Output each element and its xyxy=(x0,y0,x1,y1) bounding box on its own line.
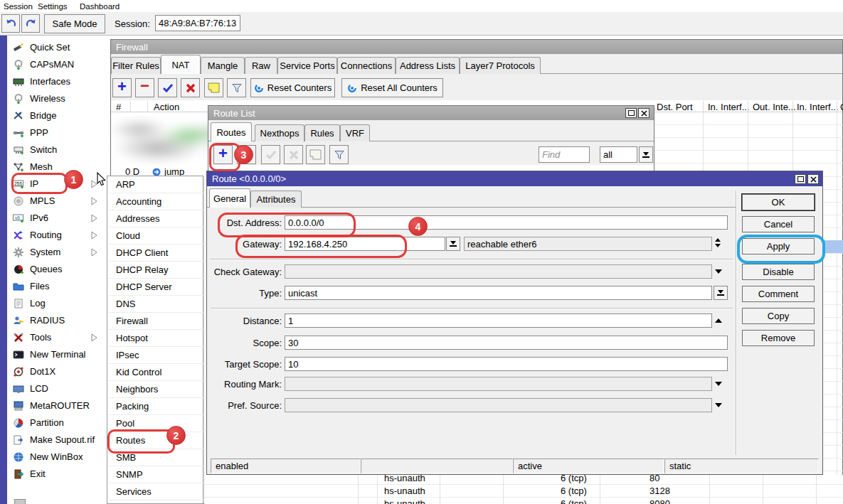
sidebar-item-tools[interactable]: Tools xyxy=(7,329,105,346)
dialog-close-button[interactable] xyxy=(807,174,819,184)
submenu-item-cloud[interactable]: Cloud xyxy=(108,227,203,245)
submenu-item-firewall[interactable]: Firewall xyxy=(108,313,203,330)
target-scope-input[interactable] xyxy=(285,357,728,371)
route-disable-button[interactable] xyxy=(284,145,303,164)
row-proto[interactable]: 6 (tcp) xyxy=(561,498,587,504)
firewall-comment-button[interactable] xyxy=(204,78,223,97)
distance-input[interactable] xyxy=(285,313,712,328)
sidebar-item-interfaces[interactable]: Interfaces xyxy=(7,73,105,90)
route-find-input[interactable] xyxy=(539,146,590,163)
tab-address-lists[interactable]: Address Lists xyxy=(396,57,460,74)
check-gateway-dropdown-icon[interactable] xyxy=(715,269,722,274)
submenu-item-dhcp-relay[interactable]: DHCP Relay xyxy=(108,262,203,279)
col-action[interactable]: Action xyxy=(154,102,179,112)
col-in-interface-list[interactable]: In. Interf... xyxy=(797,102,839,112)
sidebar-item-exit[interactable]: Exit xyxy=(7,466,105,483)
submenu-item-hotspot[interactable]: Hotspot xyxy=(108,330,203,347)
route-filter-button[interactable] xyxy=(329,145,349,164)
row-proto[interactable]: 6 (tcp) xyxy=(561,486,587,496)
firewall-add-button[interactable]: + xyxy=(112,78,132,97)
row-chain[interactable]: hs-unauth xyxy=(384,475,425,483)
routing-mark-dropdown-icon[interactable] xyxy=(715,382,722,386)
route-list-close-button[interactable] xyxy=(638,108,650,118)
sidebar-item-new-winbox[interactable]: New WinBox xyxy=(7,449,105,466)
sidebar-item-log[interactable]: Log xyxy=(7,295,105,312)
sidebar-item-metarouter[interactable]: MetaROUTER xyxy=(7,397,105,414)
cancel-button[interactable]: Cancel xyxy=(742,216,815,232)
sidebar-item-radius[interactable]: RADIUS xyxy=(7,312,105,329)
sidebar-item-system[interactable]: System xyxy=(7,244,105,261)
row-chain[interactable]: hs-unauth xyxy=(384,498,425,504)
tab-connections[interactable]: Connections xyxy=(337,57,396,74)
sidebar-item-new-terminal[interactable]: New Terminal xyxy=(7,346,105,363)
tab-nexthops[interactable]: Nexthops xyxy=(255,124,304,141)
submenu-item-services[interactable]: Services xyxy=(108,483,203,500)
sidebar-item-routing[interactable]: Routing xyxy=(7,227,105,244)
scope-input[interactable] xyxy=(285,336,728,350)
route-dialog-titlebar[interactable]: Route <0.0.0.0/0> xyxy=(207,171,822,186)
submenu-item-dhcp-client[interactable]: DHCP Client xyxy=(108,245,203,262)
tab-layer7[interactable]: Layer7 Protocols xyxy=(460,57,541,74)
tab-raw[interactable]: Raw xyxy=(245,57,277,74)
submenu-item-neighbors[interactable]: Neighbors xyxy=(108,381,203,398)
reset-all-counters-button[interactable]: Reset All Counters xyxy=(341,78,443,97)
route-list-titlebar[interactable]: Route List xyxy=(208,106,654,120)
tab-filter-rules[interactable]: Filter Rules xyxy=(111,57,161,74)
menu-dashboard[interactable]: Dashboard xyxy=(80,2,120,11)
sidebar-item-files[interactable]: Files xyxy=(7,278,105,295)
route-enable-button[interactable] xyxy=(261,145,280,164)
tab-mangle[interactable]: Mangle xyxy=(201,57,245,74)
selected-row-fragment[interactable] xyxy=(823,240,843,253)
submenu-item-dns[interactable]: DNS xyxy=(108,296,203,313)
sidebar-item-ppp[interactable]: PPP xyxy=(7,124,105,141)
sidebar-item-make-supout[interactable]: Make Supout.rif xyxy=(7,431,105,449)
firewall-disable-button[interactable] xyxy=(181,78,200,97)
row-port[interactable]: 3128 xyxy=(650,486,670,496)
route-comment-button[interactable] xyxy=(306,145,325,164)
disable-button[interactable]: Disable xyxy=(742,264,815,280)
row-port[interactable]: 8080 xyxy=(650,498,670,504)
submenu-item-arp[interactable]: ARP xyxy=(108,176,203,193)
sidebar-item-quick-set[interactable]: Quick Set xyxy=(7,39,105,56)
sidebar-item-queues[interactable]: Queues xyxy=(7,261,105,278)
col-out-interface-list[interactable]: O xyxy=(840,102,843,112)
menu-session[interactable]: Session xyxy=(4,2,33,11)
sidebar-item-lcd[interactable]: LCD xyxy=(7,380,105,397)
routing-mark-input[interactable] xyxy=(285,377,712,391)
col-in-interface[interactable]: In. Interf... xyxy=(708,102,750,112)
pref-source-input[interactable] xyxy=(285,398,712,412)
row-proto[interactable]: 6 (tcp) xyxy=(561,475,587,483)
submenu-item-snmp[interactable]: SNMP xyxy=(108,466,203,483)
route-filter-select[interactable]: all xyxy=(600,146,637,163)
submenu-item-ipsec[interactable]: IPsec xyxy=(108,347,203,364)
comment-button[interactable]: Comment xyxy=(742,286,815,302)
type-expand-button[interactable] xyxy=(714,286,728,300)
submenu-item-addresses[interactable]: Addresses xyxy=(108,210,203,227)
pref-source-dropdown-icon[interactable] xyxy=(715,403,722,407)
sidebar-item-wireless[interactable]: Wireless xyxy=(7,90,105,107)
tab-rules[interactable]: Rules xyxy=(304,124,340,141)
tab-vrf[interactable]: VRF xyxy=(340,124,370,141)
route-filter-expand-button[interactable] xyxy=(639,146,653,163)
firewall-titlebar[interactable]: Firewall xyxy=(111,40,842,54)
row-chain[interactable]: hs-unauth xyxy=(384,486,425,496)
submenu-item-packing[interactable]: Packing xyxy=(108,398,203,415)
sidebar-item-bridge[interactable]: Bridge xyxy=(7,107,105,124)
sidebar-item-mpls[interactable]: MPLS xyxy=(7,193,105,210)
col-dst-port[interactable]: Dst. Port xyxy=(657,102,693,112)
sidebar-item-switch[interactable]: Switch xyxy=(7,141,105,159)
route-list-maximize-button[interactable] xyxy=(625,108,637,118)
gateway-expand-button[interactable] xyxy=(446,237,460,251)
submenu-item-dhcp-server[interactable]: DHCP Server xyxy=(108,279,203,296)
tab-general[interactable]: General xyxy=(209,188,250,208)
safe-mode-button[interactable]: Safe Mode xyxy=(44,14,105,33)
reset-counters-button[interactable]: Reset Counters xyxy=(250,78,335,97)
dialog-maximize-button[interactable] xyxy=(795,174,806,184)
remove-button[interactable]: Remove xyxy=(742,330,815,346)
ok-button[interactable]: OK xyxy=(742,194,815,210)
firewall-enable-button[interactable] xyxy=(158,78,177,97)
sidebar-item-ipv6[interactable]: v6 IPv6 xyxy=(7,210,105,227)
sidebar-item-dot1x[interactable]: Dot1X xyxy=(7,363,105,380)
copy-button[interactable]: Copy xyxy=(742,308,815,324)
row-port[interactable]: 80 xyxy=(650,475,659,483)
